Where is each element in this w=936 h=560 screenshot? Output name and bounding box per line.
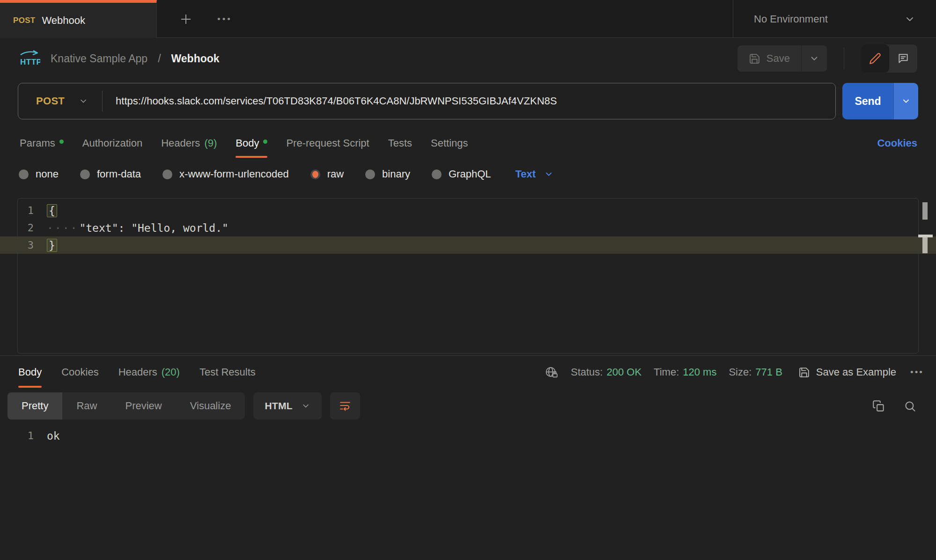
tab-tests[interactable]: Tests bbox=[379, 126, 421, 161]
send-button[interactable]: Send bbox=[842, 83, 893, 119]
radio-graphql[interactable]: GraphQL bbox=[432, 168, 491, 180]
response-tab-test-results[interactable]: Test Results bbox=[190, 356, 265, 389]
tab-prerequest-script[interactable]: Pre-request Script bbox=[277, 126, 378, 161]
radio-circle bbox=[162, 169, 172, 179]
tab-title: Webhook bbox=[42, 15, 86, 27]
response-tab-cookies[interactable]: Cookies bbox=[52, 356, 108, 389]
environment-selector[interactable]: No Environment bbox=[733, 0, 936, 38]
globe-lock-icon bbox=[545, 366, 559, 379]
tab-method-badge: POST bbox=[13, 16, 36, 25]
size-label: Size: bbox=[729, 366, 752, 378]
chevron-down-icon bbox=[301, 401, 310, 411]
save-button[interactable]: Save bbox=[737, 45, 801, 72]
tab-settings[interactable]: Settings bbox=[421, 126, 478, 161]
raw-language-select[interactable]: Text bbox=[516, 168, 554, 180]
request-tab[interactable]: POST Webhook bbox=[0, 0, 157, 38]
response-tab-body[interactable]: Body bbox=[8, 356, 52, 389]
radio-form-data-label: form-data bbox=[97, 168, 141, 180]
save-button-label: Save bbox=[766, 52, 790, 65]
cursor-overview-marker bbox=[922, 237, 928, 253]
response-headers-count: (20) bbox=[162, 366, 180, 378]
response-options-button[interactable]: ••• bbox=[910, 367, 924, 377]
tab-body-label: Body bbox=[236, 137, 259, 149]
wrap-text-icon bbox=[339, 400, 351, 412]
code-text: } bbox=[47, 239, 57, 251]
url-input[interactable]: https://hooks.slack.com/services/T06TD83… bbox=[103, 95, 557, 107]
radio-form-data[interactable]: form-data bbox=[80, 168, 141, 180]
radio-raw[interactable]: raw bbox=[310, 168, 344, 180]
response-meta: Status: 200 OK Time: 120 ms Size: 771 B … bbox=[545, 356, 928, 389]
status-value[interactable]: 200 OK bbox=[606, 366, 641, 378]
tab-options-button[interactable]: ••• bbox=[208, 0, 241, 38]
view-preview[interactable]: Preview bbox=[111, 392, 176, 420]
copy-icon bbox=[872, 400, 885, 413]
radio-none[interactable]: none bbox=[19, 168, 59, 180]
tab-prerequest-label: Pre-request Script bbox=[286, 137, 369, 149]
send-button-group: Send bbox=[842, 83, 918, 119]
save-as-example-label: Save as Example bbox=[816, 366, 896, 378]
send-options-button[interactable] bbox=[893, 83, 918, 119]
pencil-icon bbox=[869, 52, 881, 65]
tab-strip: POST Webhook ••• No Environment bbox=[0, 0, 936, 38]
cookies-label: Cookies bbox=[877, 137, 917, 149]
tab-settings-label: Settings bbox=[431, 137, 468, 149]
cookies-link[interactable]: Cookies bbox=[869, 126, 926, 161]
view-preview-label: Preview bbox=[125, 400, 162, 412]
response-format-select[interactable]: HTML bbox=[253, 392, 322, 420]
view-pretty-label: Pretty bbox=[22, 400, 48, 412]
body-type-row: none form-data x-www-form-urlencoded raw… bbox=[0, 162, 936, 187]
new-tab-button[interactable] bbox=[172, 0, 200, 38]
response-body-viewer[interactable]: 1 ok bbox=[0, 427, 936, 444]
editor-scrollbar-thumb[interactable] bbox=[922, 202, 928, 220]
response-tab-headers[interactable]: Headers (20) bbox=[109, 356, 190, 389]
chevron-down-icon bbox=[901, 96, 911, 106]
comments-button[interactable] bbox=[889, 44, 917, 73]
url-bar-row: POST https://hooks.slack.com/services/T0… bbox=[18, 83, 918, 119]
radio-binary[interactable]: binary bbox=[365, 168, 410, 180]
breadcrumb-request-name[interactable]: Webhook bbox=[171, 52, 220, 65]
breadcrumb-collection[interactable]: Knative Sample App bbox=[51, 52, 147, 65]
code-text: ····"text": "Hello, world." bbox=[47, 222, 228, 234]
copy-button[interactable] bbox=[872, 400, 885, 413]
line-number: 2 bbox=[18, 222, 34, 234]
save-options-button[interactable] bbox=[801, 45, 827, 72]
request-tabs: Params Authorization Headers (9) Body Pr… bbox=[0, 126, 936, 161]
params-dot bbox=[59, 140, 64, 144]
code-string: "text": "Hello, world." bbox=[79, 222, 228, 234]
view-raw-label: Raw bbox=[76, 400, 97, 412]
save-button-group: Save bbox=[737, 45, 827, 72]
bracket-highlight: } bbox=[47, 239, 57, 252]
svg-text:HTTP: HTTP bbox=[20, 58, 40, 66]
view-raw[interactable]: Raw bbox=[62, 392, 111, 420]
more-icon: ••• bbox=[217, 14, 232, 24]
whitespace-dots: ···· bbox=[47, 222, 78, 234]
url-input-container: POST https://hooks.slack.com/services/T0… bbox=[18, 83, 836, 119]
save-as-example-button[interactable]: Save as Example bbox=[798, 366, 896, 378]
bracket-highlight: { bbox=[47, 204, 57, 217]
code-text: { bbox=[47, 205, 57, 217]
tab-headers[interactable]: Headers (9) bbox=[152, 126, 226, 161]
response-toolbar: Pretty Raw Preview Visualize HTML bbox=[0, 392, 936, 420]
view-pretty[interactable]: Pretty bbox=[7, 392, 62, 420]
request-body-editor[interactable]: 1 { 2 ····"text": "Hello, world." 3 } bbox=[0, 198, 936, 354]
search-button[interactable] bbox=[904, 400, 916, 413]
view-visualize[interactable]: Visualize bbox=[176, 392, 245, 420]
radio-x-www-form-urlencoded[interactable]: x-www-form-urlencoded bbox=[162, 168, 289, 180]
tab-authorization[interactable]: Authorization bbox=[73, 126, 152, 161]
edit-request-button[interactable] bbox=[861, 44, 889, 73]
tab-tests-label: Tests bbox=[388, 137, 412, 149]
tab-params[interactable]: Params bbox=[10, 126, 73, 161]
plus-icon bbox=[179, 12, 193, 26]
time-value[interactable]: 120 ms bbox=[683, 366, 716, 378]
radio-graphql-label: GraphQL bbox=[449, 168, 491, 180]
method-select[interactable]: POST bbox=[18, 95, 102, 107]
line-number: 1 bbox=[18, 430, 34, 442]
tab-body[interactable]: Body bbox=[226, 126, 277, 161]
method-label: POST bbox=[36, 95, 65, 107]
body-dot bbox=[263, 140, 267, 144]
wrap-lines-button[interactable] bbox=[330, 392, 360, 420]
line-number: 3 bbox=[18, 239, 34, 251]
chevron-down-icon bbox=[544, 169, 553, 179]
comment-icon bbox=[897, 52, 909, 65]
size-value[interactable]: 771 B bbox=[755, 366, 782, 378]
